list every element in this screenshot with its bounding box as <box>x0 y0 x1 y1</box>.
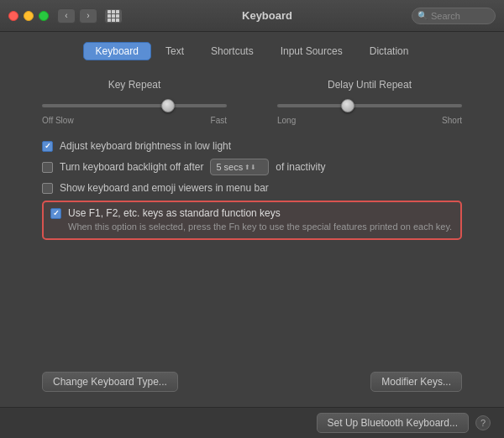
emoji-viewer-checkbox[interactable] <box>42 183 53 194</box>
search-placeholder: Search <box>431 11 460 21</box>
change-keyboard-button[interactable]: Change Keyboard Type... <box>42 372 178 392</box>
brightness-option: Adjust keyboard brightness in low light <box>42 140 462 152</box>
minimize-button[interactable] <box>24 11 34 21</box>
key-repeat-labels: Off Slow Fast <box>42 116 227 125</box>
footer-bar: Set Up Bluetooth Keyboard... ? <box>0 407 504 438</box>
delay-repeat-label: Delay Until Repeat <box>328 79 412 91</box>
backlight-checkbox[interactable] <box>42 162 53 173</box>
delay-repeat-labels: Long Short <box>277 116 462 125</box>
function-keys-option: Use F1, F2, etc. keys as standard functi… <box>50 207 454 219</box>
tab-input-sources[interactable]: Input Sources <box>268 42 355 60</box>
options-section: Adjust keyboard brightness in low light … <box>25 133 479 247</box>
close-button[interactable] <box>8 11 18 21</box>
backlight-select[interactable]: 5 secs ⬆⬇ <box>210 159 269 175</box>
function-keys-description: When this option is selected, press the … <box>50 221 454 233</box>
key-repeat-thumb[interactable] <box>161 99 175 112</box>
search-box[interactable]: 🔍 Search <box>412 8 496 24</box>
select-arrow-icon: ⬆⬇ <box>244 164 256 171</box>
tab-keyboard[interactable]: Keyboard <box>83 42 151 60</box>
delay-repeat-left-label: Long <box>277 116 296 125</box>
delay-repeat-thumb[interactable] <box>341 99 354 112</box>
emoji-viewer-option: Show keyboard and emoji viewers in menu … <box>42 182 462 194</box>
backlight-label: Turn keyboard backlight off after <box>60 161 203 173</box>
forward-button[interactable]: › <box>79 8 97 23</box>
delay-repeat-track <box>277 104 462 107</box>
delay-repeat-group: Delay Until Repeat Long Short <box>277 79 462 125</box>
back-button[interactable]: ‹ <box>57 8 76 23</box>
maximize-button[interactable] <box>39 11 49 21</box>
brightness-label: Adjust keyboard brightness in low light <box>60 140 231 152</box>
help-button[interactable]: ? <box>475 415 491 430</box>
tab-bar: Keyboard Text Shortcuts Input Sources Di… <box>25 32 479 67</box>
function-keys-highlighted: Use F1, F2, etc. keys as standard functi… <box>42 201 462 240</box>
emoji-viewer-label: Show keyboard and emoji viewers in menu … <box>60 182 269 194</box>
sliders-section: Key Repeat Off Slow Fast Delay Until Rep… <box>25 70 479 133</box>
function-keys-checkbox[interactable] <box>50 208 61 219</box>
tab-text[interactable]: Text <box>153 42 197 60</box>
nav-buttons: ‹ › <box>57 8 123 23</box>
select-value: 5 secs <box>216 162 243 172</box>
main-content: Keyboard Text Shortcuts Input Sources Di… <box>0 32 504 407</box>
key-repeat-track <box>42 104 227 107</box>
modifier-keys-button[interactable]: Modifier Keys... <box>370 372 462 392</box>
key-repeat-slider[interactable] <box>42 97 227 114</box>
delay-repeat-right-label: Short <box>442 116 462 125</box>
tab-dictation[interactable]: Dictation <box>357 42 422 60</box>
brightness-checkbox[interactable] <box>42 141 53 152</box>
traffic-lights <box>8 11 49 21</box>
search-icon: 🔍 <box>417 11 428 20</box>
backlight-option: Turn keyboard backlight off after 5 secs… <box>42 159 462 175</box>
apps-button[interactable] <box>104 8 123 23</box>
delay-repeat-slider[interactable] <box>277 97 462 114</box>
bluetooth-keyboard-button[interactable]: Set Up Bluetooth Keyboard... <box>317 413 469 433</box>
function-keys-label: Use F1, F2, etc. keys as standard functi… <box>68 207 281 219</box>
key-repeat-label: Key Repeat <box>108 79 161 91</box>
titlebar: ‹ › Keyboard 🔍 Search <box>0 0 504 32</box>
grid-icon <box>108 10 119 22</box>
window-title: Keyboard <box>123 9 412 22</box>
key-repeat-right-label: Fast <box>211 116 227 125</box>
tab-shortcuts[interactable]: Shortcuts <box>198 42 266 60</box>
bottom-bar: Change Keyboard Type... Modifier Keys... <box>25 365 479 399</box>
backlight-suffix: of inactivity <box>276 161 325 173</box>
key-repeat-group: Key Repeat Off Slow Fast <box>42 79 227 125</box>
key-repeat-left-label: Off Slow <box>42 116 74 125</box>
